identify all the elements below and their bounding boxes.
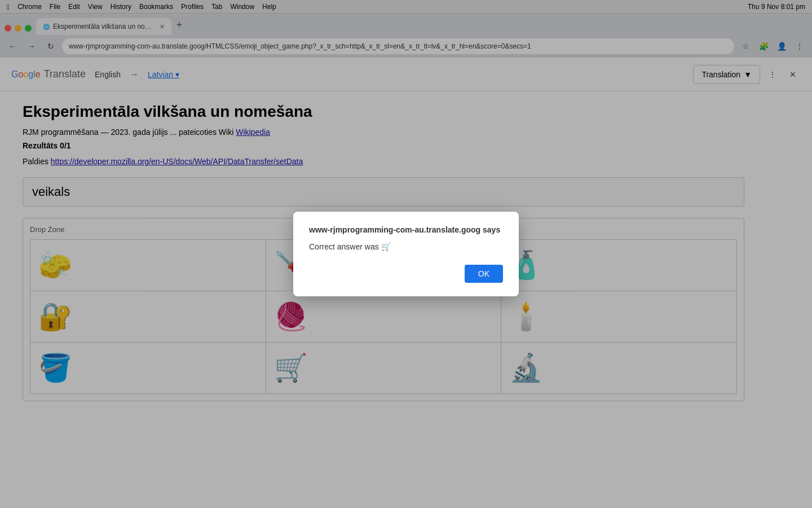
modal-actions: OK bbox=[309, 265, 503, 283]
modal-message: Correct answer was 🛒 bbox=[309, 242, 503, 251]
modal-dialog: www-rjmprogramming-com-au.translate.goog… bbox=[293, 212, 519, 296]
modal-origin: www-rjmprogramming-com-au.translate.goog… bbox=[309, 225, 503, 234]
modal-overlay: www-rjmprogramming-com-au.translate.goog… bbox=[0, 0, 812, 508]
modal-ok-button[interactable]: OK bbox=[465, 265, 503, 283]
